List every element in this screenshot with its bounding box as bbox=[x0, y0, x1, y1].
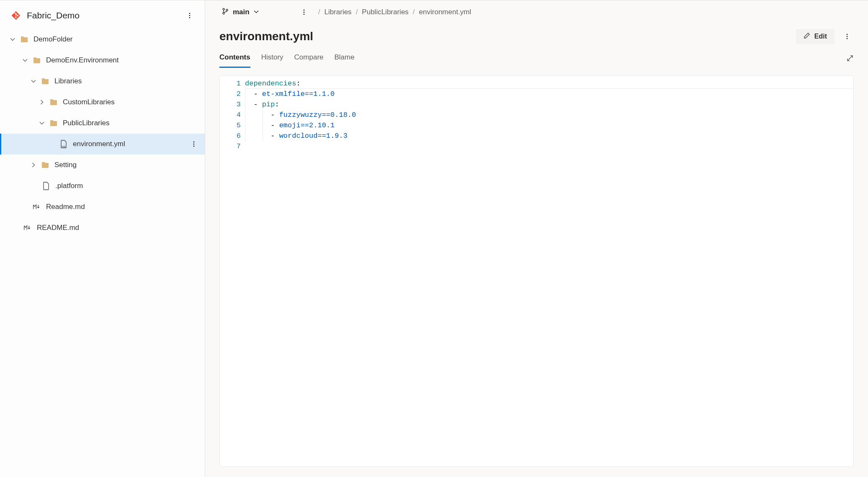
chevron-right-icon bbox=[30, 162, 37, 168]
chevron-down-icon bbox=[30, 78, 37, 85]
fullscreen-button[interactable] bbox=[844, 52, 856, 66]
tree-label: Readme.md bbox=[46, 203, 201, 211]
tree-folder-demoenv[interactable]: DemoEnv.Environment bbox=[0, 50, 205, 71]
tree-label: CustomLibraries bbox=[63, 98, 201, 106]
code-token: et-xmlfile==1.1.0 bbox=[262, 90, 335, 98]
breadcrumb: / Libraries / PublicLibraries / environm… bbox=[318, 8, 471, 16]
folder-icon bbox=[20, 35, 28, 44]
file-icon bbox=[42, 182, 50, 190]
chevron-down-icon bbox=[9, 36, 16, 43]
code-content: dependencies: - et-xmlfile==1.1.0 - pip:… bbox=[245, 76, 853, 467]
tree-file-readme-1[interactable]: Readme.md bbox=[0, 196, 205, 217]
branch-more-button[interactable] bbox=[297, 5, 311, 19]
tab-compare[interactable]: Compare bbox=[294, 50, 324, 68]
branch-name: main bbox=[233, 8, 250, 16]
tree-label: Setting bbox=[54, 161, 201, 169]
svg-point-5 bbox=[193, 144, 195, 145]
file-tabs: Contents History Compare Blame bbox=[205, 46, 868, 68]
code-editor[interactable]: 1234567 dependencies: - et-xmlfile==1.1.… bbox=[219, 75, 854, 467]
svg-point-14 bbox=[847, 36, 848, 37]
breadcrumb-file[interactable]: environment.yml bbox=[419, 8, 471, 16]
file-tree: DemoFolder DemoEnv.Environment Libraries bbox=[0, 29, 205, 238]
tree-label: environment.yml bbox=[73, 140, 187, 148]
git-repo-icon bbox=[12, 11, 20, 20]
svg-point-2 bbox=[189, 17, 191, 18]
chevron-right-icon bbox=[39, 99, 45, 106]
code-token: pip bbox=[262, 101, 275, 108]
tree-folder-demofolder[interactable]: DemoFolder bbox=[0, 29, 205, 50]
svg-point-6 bbox=[193, 146, 195, 147]
breadcrumb-publiclibraries[interactable]: PublicLibraries bbox=[362, 8, 409, 16]
branch-icon bbox=[222, 8, 229, 17]
yaml-file-icon: YML bbox=[59, 140, 68, 148]
repo-more-button[interactable] bbox=[183, 9, 196, 22]
tree-folder-libraries[interactable]: Libraries bbox=[0, 71, 205, 92]
code-token: fuzzywuzzy==0.18.0 bbox=[279, 111, 356, 119]
svg-point-15 bbox=[847, 38, 848, 39]
svg-point-8 bbox=[223, 13, 224, 14]
tree-file-readme-2[interactable]: README.md bbox=[0, 217, 205, 238]
code-token: wordcloud==1.9.3 bbox=[279, 132, 348, 140]
code-token: dependencies bbox=[245, 80, 296, 88]
tree-label: DemoFolder bbox=[33, 35, 201, 44]
tree-label: DemoEnv.Environment bbox=[46, 56, 201, 64]
file-tree-sidebar: Fabric_Demo DemoFolder DemoEnv.Environme… bbox=[0, 0, 205, 477]
svg-point-1 bbox=[189, 15, 191, 16]
svg-point-10 bbox=[303, 10, 304, 11]
tab-blame[interactable]: Blame bbox=[335, 50, 355, 68]
tree-item-more-button[interactable] bbox=[187, 137, 201, 151]
tree-file-platform[interactable]: .platform bbox=[0, 175, 205, 196]
line-gutter: 1234567 bbox=[220, 76, 245, 467]
code-token: emoji==2.10.1 bbox=[279, 121, 335, 129]
svg-point-0 bbox=[189, 13, 191, 14]
tab-contents[interactable]: Contents bbox=[219, 50, 250, 68]
tree-label: README.md bbox=[37, 224, 201, 232]
app-root: Fabric_Demo DemoFolder DemoEnv.Environme… bbox=[0, 0, 868, 477]
tree-folder-setting[interactable]: Setting bbox=[0, 155, 205, 175]
chevron-down-icon bbox=[39, 120, 45, 126]
file-more-button[interactable] bbox=[840, 30, 854, 43]
folder-icon bbox=[41, 161, 49, 169]
breadcrumb-libraries[interactable]: Libraries bbox=[324, 8, 351, 16]
svg-point-7 bbox=[223, 8, 224, 10]
markdown-file-icon bbox=[23, 224, 32, 232]
repo-header: Fabric_Demo bbox=[0, 4, 205, 29]
tree-label: Libraries bbox=[54, 77, 201, 85]
breadcrumb-separator: / bbox=[318, 8, 320, 16]
tree-file-environment-yml[interactable]: YML environment.yml bbox=[0, 134, 205, 155]
folder-icon bbox=[49, 98, 58, 106]
tree-folder-customlibraries[interactable]: CustomLibraries bbox=[0, 92, 205, 113]
chevron-down-icon bbox=[254, 8, 259, 16]
tree-label: PublicLibraries bbox=[63, 119, 201, 127]
svg-point-12 bbox=[303, 14, 304, 15]
file-title: environment.yml bbox=[219, 30, 790, 43]
main-content: main / Libraries / PublicLibraries / env… bbox=[205, 0, 868, 477]
repo-title[interactable]: Fabric_Demo bbox=[27, 10, 178, 21]
chevron-down-icon bbox=[22, 57, 28, 64]
pencil-icon bbox=[804, 32, 810, 41]
markdown-file-icon bbox=[33, 203, 41, 211]
folder-icon bbox=[33, 56, 41, 64]
svg-point-13 bbox=[847, 34, 848, 35]
folder-icon bbox=[41, 77, 49, 85]
svg-point-11 bbox=[303, 12, 304, 13]
file-title-row: environment.yml Edit bbox=[205, 24, 868, 46]
breadcrumb-separator: / bbox=[356, 8, 358, 16]
tree-folder-publiclibraries[interactable]: PublicLibraries bbox=[0, 113, 205, 134]
topbar: main / Libraries / PublicLibraries / env… bbox=[205, 0, 868, 24]
edit-button-label: Edit bbox=[814, 33, 827, 40]
folder-icon bbox=[49, 119, 58, 127]
breadcrumb-separator: / bbox=[413, 8, 415, 16]
svg-point-4 bbox=[193, 142, 195, 143]
branch-picker[interactable]: main bbox=[219, 6, 261, 18]
tab-history[interactable]: History bbox=[261, 50, 283, 68]
edit-button[interactable]: Edit bbox=[796, 29, 835, 44]
svg-text:YML: YML bbox=[61, 145, 66, 148]
svg-point-9 bbox=[226, 9, 228, 11]
tree-label: .platform bbox=[55, 182, 201, 190]
